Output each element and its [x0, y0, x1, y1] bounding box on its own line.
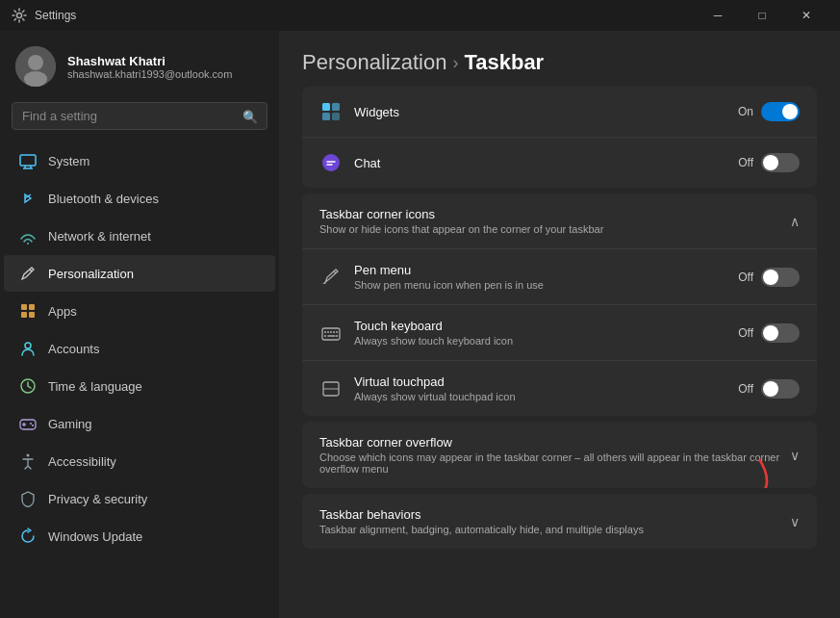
svg-point-3 — [24, 71, 47, 87]
app-body: Shashwat Khatri shashwat.khatri1993@outl… — [0, 31, 840, 618]
sidebar-item-gaming[interactable]: Gaming — [4, 405, 275, 442]
taskbar-corner-icons-header[interactable]: Taskbar corner icons Show or hide icons … — [302, 193, 817, 249]
touch-keyboard-toggle-knob — [763, 325, 778, 341]
taskbar-corner-overflow-subtitle: Choose which icons may appear in the tas… — [319, 451, 790, 475]
sidebar-email: shashwat.khatri1993@outlook.com — [67, 68, 232, 80]
taskbar-corner-overflow-header[interactable]: Taskbar corner overflow Choose which ico… — [302, 422, 817, 488]
pen-menu-control: Off — [738, 268, 800, 287]
chat-title: Chat — [354, 156, 726, 170]
taskbar-corner-icons-title: Taskbar corner icons — [319, 207, 790, 221]
chat-state-label: Off — [738, 156, 753, 169]
taskbar-behaviors-header[interactable]: Taskbar behaviors Taskbar alignment, bad… — [302, 494, 817, 549]
title-bar-controls: ─ □ ✕ — [696, 0, 828, 31]
content-header: Personalization › Taskbar — [279, 31, 840, 87]
sidebar-item-time[interactable]: Time & language — [4, 368, 275, 404]
svg-rect-4 — [20, 155, 36, 166]
network-icon — [19, 227, 37, 245]
close-button[interactable]: ✕ — [784, 0, 828, 31]
sidebar-item-accounts[interactable]: Accounts — [4, 330, 275, 367]
widgets-text: Widgets — [354, 105, 726, 119]
touch-keyboard-title: Touch keyboard — [354, 319, 726, 333]
taskbar-corner-overflow-text: Taskbar corner overflow Choose which ico… — [319, 435, 790, 475]
svg-rect-24 — [322, 113, 330, 120]
breadcrumb-parent: Personalization — [302, 50, 446, 75]
svg-rect-28 — [322, 328, 340, 340]
touch-keyboard-control: Off — [738, 323, 800, 343]
svg-point-26 — [322, 154, 340, 171]
svg-line-9 — [30, 270, 32, 271]
gaming-icon — [19, 415, 37, 432]
svg-rect-10 — [21, 304, 27, 310]
maximize-button[interactable]: □ — [740, 0, 784, 31]
chat-row: Chat Off — [302, 138, 817, 188]
pen-menu-text: Pen menu Show pen menu icon when pen is … — [354, 263, 726, 291]
taskbar-behaviors-title: Taskbar behaviors — [319, 507, 790, 522]
sidebar-item-system[interactable]: System — [4, 142, 275, 179]
pen-menu-row: Pen menu Show pen menu icon when pen is … — [302, 249, 817, 305]
taskbar-corner-icons-subtitle: Show or hide icons that appear on the co… — [319, 223, 790, 235]
accessibility-icon — [19, 452, 37, 470]
virtual-touchpad-toggle[interactable] — [761, 379, 800, 399]
taskbar-items-section: Widgets On — [302, 87, 817, 188]
widgets-toggle[interactable] — [761, 102, 800, 121]
touch-keyboard-state-label: Off — [738, 326, 753, 340]
sidebar-item-bluetooth[interactable]: Bluetooth & devices — [4, 180, 275, 217]
search-input[interactable] — [12, 102, 267, 130]
sidebar-item-accessibility[interactable]: Accessibility — [4, 443, 275, 479]
taskbar-corner-overflow-title: Taskbar corner overflow — [319, 435, 790, 450]
sidebar-item-apps-label: Apps — [48, 304, 77, 319]
svg-point-21 — [27, 454, 30, 457]
taskbar-corner-icons-text: Taskbar corner icons Show or hide icons … — [319, 207, 790, 235]
keyboard-icon — [319, 322, 343, 345]
pen-menu-subtitle: Show pen menu icon when pen is in use — [354, 279, 726, 291]
pen-menu-toggle-knob — [763, 270, 778, 285]
sidebar-item-apps[interactable]: Apps — [4, 293, 275, 329]
chat-toggle[interactable] — [761, 153, 800, 172]
search-icon: 🔍 — [242, 109, 258, 123]
virtual-touchpad-text: Virtual touchpad Always show virtual tou… — [354, 374, 726, 402]
taskbar-corner-overflow-chevron: ∨ — [790, 448, 800, 463]
pen-menu-toggle[interactable] — [761, 268, 800, 287]
taskbar-corner-icons-section: Taskbar corner icons Show or hide icons … — [302, 193, 817, 416]
svg-rect-11 — [29, 304, 35, 310]
settings-app-icon — [12, 8, 27, 23]
sidebar-username: Shashwat Khatri — [67, 54, 232, 68]
sidebar-item-accessibility-label: Accessibility — [48, 454, 116, 469]
title-bar-left: Settings — [12, 8, 76, 23]
virtual-touchpad-control: Off — [738, 379, 800, 399]
svg-rect-13 — [29, 312, 35, 318]
sidebar-item-network[interactable]: Network & internet — [4, 218, 275, 254]
sidebar-item-personalization[interactable]: Personalization — [4, 255, 275, 292]
virtual-touchpad-title: Virtual touchpad — [354, 374, 726, 389]
breadcrumb-separator: › — [452, 53, 458, 73]
sidebar-item-privacy[interactable]: Privacy & security — [4, 480, 275, 517]
sidebar-nav: System Bluetooth & devices — [0, 138, 279, 618]
sidebar-item-privacy-label: Privacy & security — [48, 492, 147, 506]
widgets-control: On — [738, 102, 800, 121]
privacy-icon — [19, 490, 37, 507]
chat-toggle-knob — [763, 155, 778, 170]
touch-keyboard-toggle[interactable] — [761, 323, 800, 343]
touch-keyboard-subtitle: Always show touch keyboard icon — [354, 335, 726, 347]
sidebar-item-accounts-label: Accounts — [48, 342, 99, 356]
svg-rect-25 — [332, 113, 340, 120]
taskbar-corner-icons-chevron: ∧ — [790, 214, 800, 229]
svg-rect-22 — [322, 103, 330, 111]
personalization-icon — [19, 265, 37, 282]
time-icon — [19, 377, 37, 395]
svg-rect-12 — [21, 312, 27, 318]
chat-control: Off — [738, 153, 800, 172]
svg-point-14 — [25, 343, 31, 348]
touchpad-icon — [319, 377, 343, 400]
widgets-title: Widgets — [354, 105, 726, 119]
sidebar-item-update[interactable]: Windows Update — [4, 518, 275, 554]
minimize-button[interactable]: ─ — [696, 0, 740, 31]
svg-point-0 — [17, 13, 22, 18]
virtual-touchpad-row: Virtual touchpad Always show virtual tou… — [302, 361, 817, 416]
svg-point-8 — [27, 243, 29, 245]
title-bar: Settings ─ □ ✕ — [0, 0, 840, 31]
content-area: Personalization › Taskbar — [279, 31, 840, 618]
system-icon — [19, 152, 37, 169]
sidebar-item-bluetooth-label: Bluetooth & devices — [48, 192, 159, 206]
virtual-touchpad-state-label: Off — [738, 382, 753, 396]
